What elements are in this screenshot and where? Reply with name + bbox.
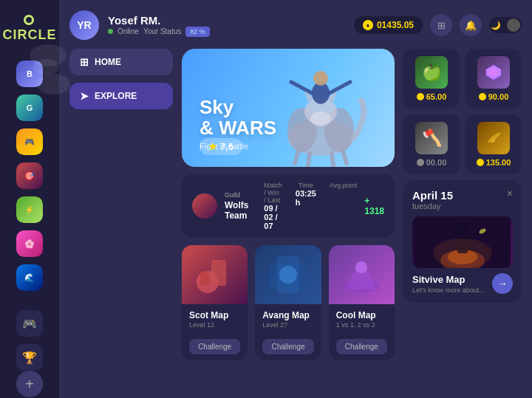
- banner-title: Sky & WARS: [200, 97, 377, 139]
- svg-rect-16: [211, 260, 226, 286]
- shop-grid: 🍏 65.00 90.00: [403, 49, 522, 174]
- map-card-body: Scot Map Level 12: [182, 304, 248, 334]
- price-value: 00.00: [426, 158, 447, 167]
- avatar-placeholder: 🎯: [16, 162, 43, 189]
- sidebar-avatar[interactable]: B: [16, 61, 43, 87]
- coin-icon: [417, 159, 424, 166]
- gamepad-icon[interactable]: 🎮: [16, 310, 43, 337]
- guild-info: Guild Wolfs Team: [225, 191, 250, 221]
- svg-point-29: [457, 222, 468, 233]
- right-panel: 🍏 65.00 90.00: [403, 49, 522, 388]
- header-right: ● 01435.05 ⊞ 🔔 🌙: [354, 14, 522, 36]
- map-name: Cool Map: [336, 310, 387, 320]
- online-indicator: [108, 29, 113, 34]
- map-name: Avang Map: [262, 310, 313, 320]
- svg-line-10: [330, 82, 350, 93]
- svg-line-9: [291, 82, 312, 93]
- guild-avatar: [192, 193, 217, 219]
- sidebar-nav: 🎮 🏆: [16, 310, 43, 371]
- banner-card: Sky & WARS Fight in battle ★ 7,6: [182, 49, 395, 167]
- status-text: Online: [117, 27, 139, 35]
- shop-item-apple[interactable]: 🍏 65.00: [403, 49, 460, 109]
- notif-close-button[interactable]: ×: [507, 188, 513, 199]
- price-value: 135.00: [486, 158, 511, 167]
- shop-item-horn[interactable]: 135.00: [466, 114, 522, 174]
- middle-row: ⊞ HOME ➤ EXPLORE: [69, 49, 522, 388]
- status-label: Your Status: [143, 27, 181, 35]
- map-image-bg: [329, 245, 395, 304]
- sidebar-avatar-list: B G 🎮 🎯 ⚡ 🌸 🌊: [16, 61, 43, 291]
- map-level: Level 12: [189, 321, 240, 329]
- moon-icon: 🌙: [491, 21, 501, 30]
- price-value: 65.00: [426, 92, 447, 101]
- map-card-image: [329, 245, 395, 304]
- username: Yosef RM.: [108, 14, 210, 27]
- sidebar: CIRCLE B G 🎮 🎯 ⚡ 🌸 🌊: [0, 0, 59, 398]
- expand-button[interactable]: ⊞: [430, 14, 452, 36]
- center-panel: Sky & WARS Fight in battle ★ 7,6 Guild: [182, 49, 395, 388]
- status-badge: 82 %: [185, 27, 210, 37]
- logo-circle-icon: [24, 15, 34, 25]
- stats-row: Guild Wolfs Team Match / Win / Last 09 /…: [182, 174, 395, 238]
- sidebar-avatar[interactable]: 🌊: [16, 264, 43, 291]
- sidebar-avatar[interactable]: 🎮: [16, 128, 43, 155]
- match-value: 09 / 02 / 07: [264, 204, 282, 230]
- map-card-avang: Avang Map Level 27 Challenge: [255, 245, 321, 360]
- svg-point-8: [313, 71, 328, 86]
- map-cards-row: Scot Map Level 12 Challenge Avang Map: [182, 245, 395, 360]
- map-card-scot: Scot Map Level 12 Challenge: [182, 245, 248, 360]
- coin-icon: ●: [363, 20, 373, 30]
- header-avatar: YR: [69, 10, 99, 40]
- guild-label: Guild: [225, 191, 250, 199]
- map-name: Scot Map: [189, 310, 240, 320]
- price-value: 90.00: [488, 92, 509, 101]
- trophy-icon[interactable]: 🏆: [16, 344, 43, 371]
- notif-day: tuesday: [412, 202, 513, 210]
- map-level: Level 27: [262, 321, 313, 329]
- shop-item-axe[interactable]: 🪓 00.00: [403, 114, 460, 174]
- challenge-button-cool[interactable]: Challenge: [336, 339, 387, 354]
- logo-text: CIRCLE: [3, 27, 57, 42]
- header: YR Yosef RM. Online Your Status 82 % ● 0…: [69, 10, 522, 40]
- user-info: Yosef RM. Online Your Status 82 %: [108, 14, 210, 37]
- notif-date: April 15: [412, 189, 513, 202]
- avatar-placeholder: ⚡: [16, 196, 43, 223]
- home-label: HOME: [95, 57, 121, 67]
- item-price: 90.00: [479, 92, 509, 101]
- shop-item-gem[interactable]: 90.00: [466, 49, 522, 109]
- coin-icon: [417, 93, 424, 100]
- sidebar-avatar[interactable]: 🌸: [16, 230, 43, 257]
- sidebar-bottom: + Create a Guild ? Creat if you are a pr…: [4, 371, 55, 398]
- map-image-bg: [182, 245, 248, 304]
- coin-amount: 01435.05: [377, 20, 414, 30]
- avatar-placeholder: B: [16, 61, 43, 87]
- sidebar-avatar[interactable]: 🎯: [16, 162, 43, 189]
- time-label: Time: [299, 182, 313, 189]
- sidebar-avatar[interactable]: G: [16, 95, 43, 121]
- challenge-button-avang[interactable]: Challenge: [262, 339, 313, 354]
- time-value: 03:25 h: [296, 189, 316, 207]
- svg-point-20: [279, 266, 297, 284]
- notification-bell[interactable]: 🔔: [460, 14, 482, 36]
- explore-icon: ➤: [80, 90, 89, 102]
- svg-rect-17: [200, 271, 209, 286]
- banner-rating: ★ 7,6: [200, 138, 242, 155]
- notif-arrow-button[interactable]: →: [492, 273, 513, 294]
- svg-line-14: [343, 151, 347, 163]
- challenge-button-scot[interactable]: Challenge: [189, 339, 240, 354]
- map-level: 1 vs 1, 2 vs 2: [336, 321, 387, 329]
- avatar-placeholder: G: [16, 95, 43, 121]
- dark-mode-toggle[interactable]: 🌙: [489, 17, 522, 33]
- home-button[interactable]: ⊞ HOME: [69, 49, 173, 75]
- map-card-image: [182, 245, 248, 304]
- home-icon: ⊞: [80, 56, 89, 68]
- sidebar-avatar[interactable]: ⚡: [16, 196, 43, 223]
- item-price: 135.00: [477, 158, 511, 167]
- explore-button[interactable]: ➤ EXPLORE: [69, 83, 173, 109]
- avatar-placeholder: 🌊: [16, 264, 43, 291]
- rating-value: 7,6: [220, 141, 233, 152]
- svg-point-22: [355, 261, 367, 273]
- add-guild-button[interactable]: +: [16, 371, 43, 397]
- left-nav-panel: ⊞ HOME ➤ EXPLORE: [69, 49, 173, 388]
- coin-icon: [477, 159, 484, 166]
